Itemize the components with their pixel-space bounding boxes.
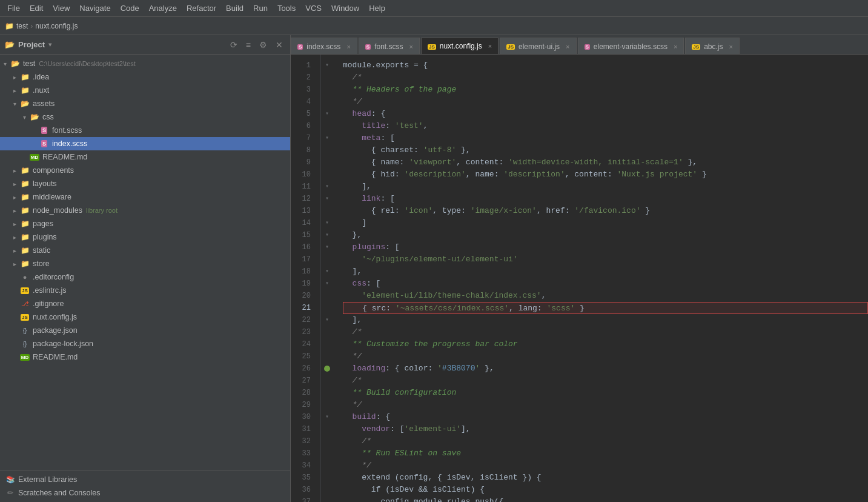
menu-item-code[interactable]: Code: [116, 1, 144, 15]
line-num-3: 3: [291, 84, 316, 96]
fold-arrow-icon[interactable]: ▾: [325, 132, 329, 144]
tab-font-scss[interactable]: Sfont.scss×: [359, 38, 420, 55]
sync-button[interactable]: ⟳: [228, 39, 240, 51]
tab-close-abc[interactable]: ×: [729, 43, 732, 50]
sass-tab-icon: S: [585, 43, 590, 50]
tab-close-index-scss[interactable]: ×: [346, 43, 350, 50]
folder-icon-plugins: 📁: [19, 232, 30, 242]
settings-button[interactable]: ⚙: [257, 39, 270, 51]
tree-item-readme-assets[interactable]: MDREADME.md: [0, 150, 290, 164]
line-num-8: 8: [291, 144, 316, 156]
fold-arrow-icon[interactable]: ▾: [325, 314, 329, 326]
tree-item-middleware[interactable]: ▸📁middleware: [0, 190, 290, 204]
fold-arrow-icon[interactable]: ▾: [325, 229, 329, 241]
dot-icon-editorconfig: ●: [19, 272, 30, 282]
menu-item-run[interactable]: Run: [248, 1, 273, 15]
tree-item-static[interactable]: ▸📁static: [0, 244, 290, 257]
fold-arrow-icon[interactable]: ▾: [325, 278, 329, 290]
tree-item-css[interactable]: ▾📂css: [0, 110, 290, 124]
tree-item-test-root[interactable]: ▾📂testC:\Users\ecidi\Desktop\test2\test: [0, 57, 290, 70]
gutter-8: [321, 144, 333, 156]
tree-item-nuxt[interactable]: ▸📁.nuxt: [0, 84, 290, 97]
tree-item-package-json[interactable]: {}package.json: [0, 324, 290, 337]
fold-arrow-icon[interactable]: ▾: [325, 108, 329, 120]
external-libraries-item[interactable]: 📚 External Libraries: [0, 473, 290, 486]
tab-close-element-variables[interactable]: ×: [674, 43, 677, 50]
menu-item-help[interactable]: Help: [364, 1, 390, 15]
tree-item-font-scss[interactable]: Sfont.scss: [0, 124, 290, 137]
tab-element-variables[interactable]: Selement-variables.scss×: [578, 38, 684, 55]
menu-item-build[interactable]: Build: [221, 1, 248, 15]
fold-arrow-icon[interactable]: ▾: [325, 266, 329, 278]
scratches-item[interactable]: ✏ Scratches and Consoles: [0, 486, 290, 500]
folder-icon: 📂: [5, 40, 15, 49]
tree-label-readme-root: README.md: [33, 353, 78, 361]
collapse-button[interactable]: ≡: [244, 39, 253, 51]
fold-arrow-icon[interactable]: ▾: [325, 59, 329, 72]
gutter-21: [321, 302, 333, 314]
tree-item-editorconfig[interactable]: ●.editorconfig: [0, 270, 290, 284]
tab-abc[interactable]: JSabc.js×: [685, 38, 740, 55]
tree-item-plugins[interactable]: ▸📁plugins: [0, 230, 290, 244]
fold-arrow-icon[interactable]: ▾: [325, 241, 329, 253]
tree-item-pages[interactable]: ▸📁pages: [0, 217, 290, 230]
fold-arrow-icon[interactable]: ▾: [325, 181, 329, 193]
editor-content[interactable]: 1234567891011121314151617181920212223242…: [291, 55, 868, 502]
tab-index-scss[interactable]: Sindex.scss×: [291, 38, 357, 55]
line-num-19: 19: [291, 278, 316, 290]
hide-button[interactable]: ✕: [273, 39, 285, 51]
tree-label-css: css: [42, 113, 54, 121]
tab-close-nuxt-config[interactable]: ×: [488, 42, 492, 50]
sidebar-title: 📂 Project ▾: [5, 40, 51, 49]
tab-close-font-scss[interactable]: ×: [409, 43, 413, 50]
tree-label-test-root: test: [23, 59, 35, 68]
tree-item-nuxt-config[interactable]: JSnuxt.config.js: [0, 310, 290, 324]
tab-label-element-variables: element-variables.scss: [594, 42, 668, 51]
gutter-3: [321, 84, 333, 96]
menu-item-vcs[interactable]: VCS: [300, 1, 326, 15]
fold-arrow-icon[interactable]: ▾: [325, 411, 329, 423]
menu-item-edit[interactable]: Edit: [25, 1, 48, 15]
line-num-32: 32: [291, 435, 316, 447]
menu-item-navigate[interactable]: Navigate: [75, 1, 115, 15]
tree-label-package-lock: package-lock.json: [33, 340, 93, 348]
folder-icon-components: 📁: [19, 166, 30, 175]
tree-label-layouts: layouts: [33, 179, 57, 188]
gutter-15: ▾: [321, 229, 333, 241]
gutter-19: ▾: [321, 278, 333, 290]
code-line-32: /*: [343, 435, 868, 447]
tree-item-gitignore[interactable]: ⎇.gitignore: [0, 297, 290, 310]
fold-arrow-icon[interactable]: ▾: [325, 193, 329, 205]
code-line-19: css: [: [343, 278, 868, 290]
tree-label-gitignore: .gitignore: [33, 300, 64, 308]
tree-item-node_modules[interactable]: ▸📁node_moduleslibrary root: [0, 204, 290, 217]
breadcrumb-file[interactable]: nuxt.config.js: [35, 22, 78, 30]
menu-item-analyze[interactable]: Analyze: [144, 1, 182, 15]
folder-icon-node_modules: 📁: [19, 206, 30, 215]
tree-item-package-lock[interactable]: {}package-lock.json: [0, 337, 290, 350]
fold-arrow-icon[interactable]: ▾: [325, 217, 329, 229]
tree-badge-node_modules: library root: [86, 207, 118, 214]
line-num-30: 30: [291, 411, 316, 423]
tree-item-components[interactable]: ▸📁components: [0, 164, 290, 177]
menu-item-file[interactable]: File: [2, 1, 25, 15]
tab-element-ui[interactable]: JSelement-ui.js×: [500, 38, 576, 55]
tab-nuxt-config[interactable]: JSnuxt.config.js×: [421, 38, 499, 55]
code-editor[interactable]: module.exports = { /* ** Headers of the …: [333, 55, 868, 502]
tree-item-layouts[interactable]: ▸📁layouts: [0, 177, 290, 190]
breadcrumb-test[interactable]: test: [16, 22, 28, 30]
menu-item-view[interactable]: View: [48, 1, 75, 15]
tree-item-store[interactable]: ▸📁store: [0, 257, 290, 270]
tree-label-nuxt: .nuxt: [33, 86, 49, 95]
menu-item-window[interactable]: Window: [326, 1, 364, 15]
tree-item-assets[interactable]: ▾📂assets: [0, 97, 290, 110]
chevron-icon-middleware: ▸: [10, 194, 19, 201]
chevron-icon-pages: ▸: [10, 221, 19, 227]
menu-item-refactor[interactable]: Refactor: [182, 1, 221, 15]
menu-item-tools[interactable]: Tools: [273, 1, 300, 15]
tree-item-idea[interactable]: ▸📁.idea: [0, 70, 290, 84]
tree-item-index-scss[interactable]: Sindex.scss: [0, 137, 290, 150]
tab-close-element-ui[interactable]: ×: [566, 43, 569, 50]
tree-item-eslintrc[interactable]: JS.eslintrc.js: [0, 284, 290, 297]
tree-item-readme-root[interactable]: MDREADME.md: [0, 350, 290, 364]
